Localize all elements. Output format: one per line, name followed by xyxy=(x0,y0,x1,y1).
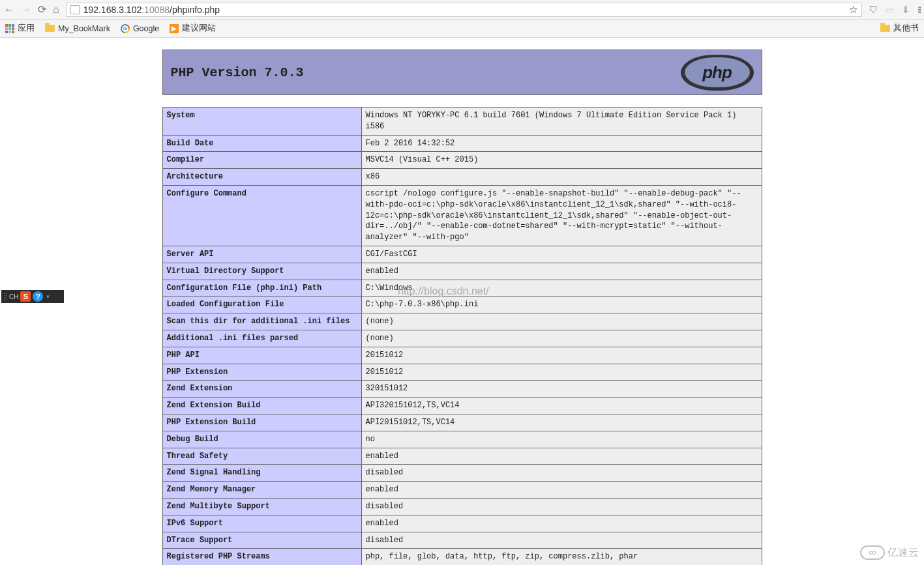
info-value: disabled xyxy=(361,532,762,549)
window-icon[interactable]: ▭ xyxy=(886,5,894,15)
bookmark-label: Google xyxy=(133,24,159,33)
table-row: IPv6 Supportenabled xyxy=(162,515,762,532)
info-value: API320151012,TS,VC14 xyxy=(361,398,762,414)
table-row: PHP API20151012 xyxy=(162,347,762,364)
bookmark-label: 建议网站 xyxy=(182,23,216,34)
table-row: Additional .ini files parsed(none) xyxy=(162,330,762,347)
table-row: Scan this dir for additional .ini files(… xyxy=(162,313,762,330)
info-key: Thread Safety xyxy=(162,448,361,465)
back-button[interactable]: ← xyxy=(4,5,14,15)
other-bookmarks[interactable]: 其他书 xyxy=(880,23,919,34)
info-value: C:\php-7.0.3-x86\php.ini xyxy=(361,297,762,313)
bing-icon: ▶ xyxy=(170,24,179,33)
table-row: Configuration File (php.ini) PathC:\Wind… xyxy=(162,280,762,297)
dropdown-icon[interactable]: ▼ xyxy=(45,294,50,300)
phpinfo-table: SystemWindows NT YORYKY-PC 6.1 build 760… xyxy=(162,107,762,565)
browser-toolbar: ← → ⟳ ⌂ 192.168.3.102:10088/phpinfo.php … xyxy=(0,0,924,20)
bookmarks-bar: 应用 My_BookMark Google ▶ 建议网站 其他书 xyxy=(0,20,924,38)
table-row: Configure Commandcscript /nologo configu… xyxy=(162,185,762,246)
info-key: PHP API xyxy=(162,347,361,364)
folder-icon xyxy=(45,25,55,32)
info-key: Architecture xyxy=(162,169,361,186)
table-row: Virtual Directory Supportenabled xyxy=(162,263,762,280)
drag-handle-icon[interactable] xyxy=(3,293,7,300)
info-value: disabled xyxy=(361,498,762,515)
phpinfo-content: PHP Version 7.0.3 php SystemWindows NT Y… xyxy=(162,50,762,565)
table-row: PHP Extension BuildAPI20151012,TS,VC14 xyxy=(162,414,762,431)
table-row: Zend Extension320151012 xyxy=(162,381,762,398)
table-row: Architecturex86 xyxy=(162,169,762,186)
info-value: enabled xyxy=(361,515,762,532)
info-key: Compiler xyxy=(162,152,361,169)
bookmark-label: My_BookMark xyxy=(58,24,110,33)
info-value: 320151012 xyxy=(361,381,762,398)
page-title: PHP Version 7.0.3 xyxy=(171,65,304,80)
info-key: Virtual Directory Support xyxy=(162,263,361,280)
info-value: enabled xyxy=(361,482,762,499)
bookmark-folder-mybookmark[interactable]: My_BookMark xyxy=(45,24,110,33)
info-key: DTrace Support xyxy=(162,532,361,549)
address-bar[interactable]: 192.168.3.102:10088/phpinfo.php ☆ xyxy=(66,3,862,17)
info-value: (none) xyxy=(361,313,762,330)
ime-toolbar[interactable]: CH S ? ▼ xyxy=(1,290,64,303)
bookmark-label: 其他书 xyxy=(893,23,919,34)
ime-lang[interactable]: CH xyxy=(9,293,18,300)
info-key: Scan this dir for additional .ini files xyxy=(162,313,361,330)
info-key: Configure Command xyxy=(162,185,361,246)
info-key: Zend Extension xyxy=(162,381,361,398)
url-text: 192.168.3.102:10088/phpinfo.php xyxy=(83,5,845,15)
table-row: Thread Safetyenabled xyxy=(162,448,762,465)
info-key: Registered PHP Streams xyxy=(162,549,361,565)
folder-icon xyxy=(880,25,890,32)
info-key: Zend Memory Manager xyxy=(162,482,361,499)
forward-button[interactable]: → xyxy=(21,5,31,15)
table-row: Build DateFeb 2 2016 14:32:52 xyxy=(162,135,762,152)
info-key: Debug Build xyxy=(162,431,361,448)
info-value: C:\Windows xyxy=(361,280,762,297)
info-value: API20151012,TS,VC14 xyxy=(361,414,762,431)
info-key: System xyxy=(162,108,361,136)
google-icon xyxy=(121,24,130,33)
yisuyun-watermark: 亿速云 xyxy=(860,545,919,560)
home-button[interactable]: ⌂ xyxy=(53,5,59,15)
sogou-icon[interactable]: S xyxy=(20,291,31,302)
apps-button[interactable]: 应用 xyxy=(5,23,35,34)
info-value: disabled xyxy=(361,465,762,482)
table-row: Loaded Configuration FileC:\php-7.0.3-x8… xyxy=(162,297,762,313)
info-key: IPv6 Support xyxy=(162,515,361,532)
table-row: DTrace Supportdisabled xyxy=(162,532,762,549)
yisuyun-text: 亿速云 xyxy=(887,546,919,560)
shield-icon[interactable]: ⛉ xyxy=(869,5,878,15)
cloud-icon xyxy=(860,545,885,560)
info-key: Additional .ini files parsed xyxy=(162,330,361,347)
info-value: x86 xyxy=(361,169,762,186)
reload-button[interactable]: ⟳ xyxy=(38,5,46,15)
info-value: cscript /nologo configure.js "--enable-s… xyxy=(361,185,762,246)
info-key: Build Date xyxy=(162,135,361,152)
info-value: enabled xyxy=(361,263,762,280)
table-row: Registered PHP Streamsphp, file, glob, d… xyxy=(162,549,762,565)
table-row: Zend Signal Handlingdisabled xyxy=(162,465,762,482)
table-row: PHP Extension20151012 xyxy=(162,364,762,381)
help-icon[interactable]: ? xyxy=(33,291,43,302)
table-row: Debug Buildno xyxy=(162,431,762,448)
extension-icons: ⛉ ▭ ⬇ ⁝⁝ xyxy=(869,5,920,15)
table-row: SystemWindows NT YORYKY-PC 6.1 build 760… xyxy=(162,108,762,136)
php-logo: php xyxy=(681,55,754,91)
info-value: CGI/FastCGI xyxy=(361,246,762,263)
table-row: Server APICGI/FastCGI xyxy=(162,246,762,263)
apps-label: 应用 xyxy=(18,23,35,34)
info-value: enabled xyxy=(361,448,762,465)
info-value: Feb 2 2016 14:32:52 xyxy=(361,135,762,152)
info-key: PHP Extension xyxy=(162,364,361,381)
info-value: php, file, glob, data, http, ftp, zip, c… xyxy=(361,549,762,565)
download-icon[interactable]: ⬇ xyxy=(902,5,910,15)
info-value: no xyxy=(361,431,762,448)
info-key: Zend Extension Build xyxy=(162,398,361,414)
bookmark-star-icon[interactable]: ☆ xyxy=(849,4,857,16)
menu-icon[interactable]: ⁝⁝ xyxy=(917,5,920,15)
info-value: Windows NT YORYKY-PC 6.1 build 7601 (Win… xyxy=(361,108,762,136)
bookmark-suggested[interactable]: ▶ 建议网站 xyxy=(170,23,216,34)
bookmark-google[interactable]: Google xyxy=(121,24,159,33)
info-key: Zend Multibyte Support xyxy=(162,498,361,515)
